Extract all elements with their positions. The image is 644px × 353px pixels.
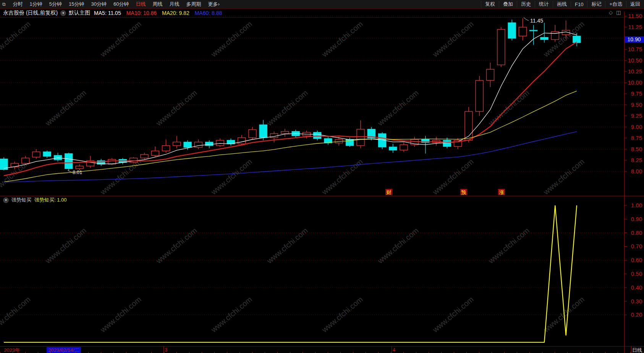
candle-up [22, 158, 29, 163]
timeline-bar: 2023年 2023/02/14/二 3 4 日线 [0, 346, 644, 353]
candle-down [443, 140, 451, 146]
watermark: www.cfchi.com [154, 226, 199, 265]
candle-up [162, 146, 170, 151]
watermark: www.cfchi.com [99, 20, 143, 59]
candle-down [573, 36, 581, 42]
price-axis-label: 11.50 [628, 13, 642, 19]
watermark: www.cfchi.com [154, 88, 199, 128]
candle-up [519, 27, 526, 36]
indicator-name[interactable]: 强势短买 [11, 197, 31, 203]
indicator-readout: 强势短买: 1.00 [34, 197, 67, 203]
watermark: www.cfchi.com [376, 226, 420, 265]
watermark: www.cfchi.com [44, 88, 88, 128]
price-axis-label: 10.00 [628, 79, 642, 86]
candle-down [259, 125, 267, 138]
watermark: www.cfchi.com [209, 295, 254, 334]
event-flag-涨: 涨 [499, 189, 504, 195]
watermark: www.cfchi.com [487, 226, 531, 265]
candle-up [151, 151, 159, 156]
indicator-axis-label: 0.40 [631, 284, 642, 291]
indicator-line [4, 205, 577, 342]
indicator-axis-label: 0.50 [631, 270, 642, 277]
candle-down [184, 142, 191, 147]
watermark: www.cfchi.com [265, 88, 309, 128]
price-axis-label: 11.25 [628, 24, 642, 30]
candle-down [540, 37, 548, 40]
candle-down [389, 147, 397, 150]
candle-down [530, 30, 537, 31]
indicator-axis-label: 0.20 [631, 311, 642, 318]
ma60-line [4, 132, 577, 182]
price-axis-label: 9.25 [631, 112, 642, 119]
price-axis-label: 10.50 [628, 57, 642, 63]
candle-up [357, 129, 364, 146]
candle-up [238, 138, 246, 144]
indicator-header: ▾ 强势短买 强势短买: 1.00 [3, 197, 67, 203]
watermark: www.cfchi.com [320, 20, 364, 59]
price-axis-label: 9.00 [631, 124, 642, 130]
candle-up [497, 29, 505, 65]
indicator-axis-label: 0.90 [631, 216, 642, 222]
candle-up [76, 166, 83, 169]
candle-up [487, 69, 494, 80]
candle-down [43, 152, 51, 156]
price-axis-label: 10.75 [628, 46, 642, 52]
watermark: www.cfchi.com [0, 20, 32, 59]
watermark: www.cfchi.com [376, 88, 420, 128]
candle-down [54, 155, 62, 160]
candle-down [508, 23, 516, 38]
indicator-axis-label: 1.00 [631, 202, 642, 208]
trading-app: { "topbar": { "left_items": ["分时","1分钟",… [0, 0, 644, 353]
candle-up [400, 145, 408, 150]
candle-up [173, 142, 181, 145]
candle-up [216, 140, 224, 146]
indicator-axis-label: 0.80 [631, 229, 642, 236]
chevron-down-icon[interactable]: ▾ [3, 197, 9, 203]
low-annotation-pointer [68, 171, 72, 172]
watermark: www.cfchi.com [99, 295, 143, 334]
high-annotation-pointer [524, 18, 529, 21]
candle-up [194, 142, 202, 147]
candle-down [314, 132, 321, 138]
candle-up [130, 158, 138, 163]
watermark: www.cfchi.com [209, 20, 254, 59]
watermark: www.cfchi.com [209, 157, 254, 197]
indicator-axis-label: 0.30 [631, 298, 642, 304]
indicator-axis-label: 0.60 [631, 257, 642, 263]
watermark: www.cfchi.com [431, 157, 475, 197]
candle-up [476, 80, 483, 111]
candle-down [205, 142, 213, 145]
watermark: www.cfchi.com [320, 295, 364, 334]
chart-canvas[interactable]: www.cfchi.comwww.cfchi.comwww.cfchi.comw… [0, 0, 644, 353]
high-annotation: 11.45 [530, 18, 543, 24]
candle-up [249, 130, 256, 138]
candle-up [32, 152, 40, 157]
candle-down [65, 154, 73, 169]
watermark: www.cfchi.com [542, 157, 586, 197]
watermark: www.cfchi.com [431, 295, 475, 334]
watermark: www.cfchi.com [487, 88, 531, 128]
event-flag-预: 预 [461, 189, 466, 195]
candle-up [551, 32, 559, 40]
price-axis-label: 10.25 [628, 68, 642, 75]
last-price-label: 10.90 [627, 36, 641, 42]
price-axis-label: 8.00 [631, 168, 642, 174]
price-axis-label: 8.75 [631, 135, 642, 141]
indicator-axis-label: 0.70 [631, 243, 642, 249]
watermark: www.cfchi.com [542, 295, 586, 334]
event-flag-财: 财 [387, 189, 392, 195]
low-annotation: 8.01 [73, 169, 82, 175]
watermark: www.cfchi.com [320, 157, 364, 197]
candle-up [281, 132, 289, 134]
candle-up [141, 155, 148, 158]
watermark: www.cfchi.com [265, 226, 309, 265]
price-axis-label: 9.75 [631, 90, 642, 97]
watermark: www.cfchi.com [44, 226, 88, 265]
price-axis-label: 9.50 [631, 101, 642, 108]
price-axis-label: 8.25 [631, 157, 642, 163]
watermark: www.cfchi.com [431, 20, 475, 59]
price-axis-label: 8.50 [631, 146, 642, 152]
watermark: www.cfchi.com [0, 295, 32, 334]
